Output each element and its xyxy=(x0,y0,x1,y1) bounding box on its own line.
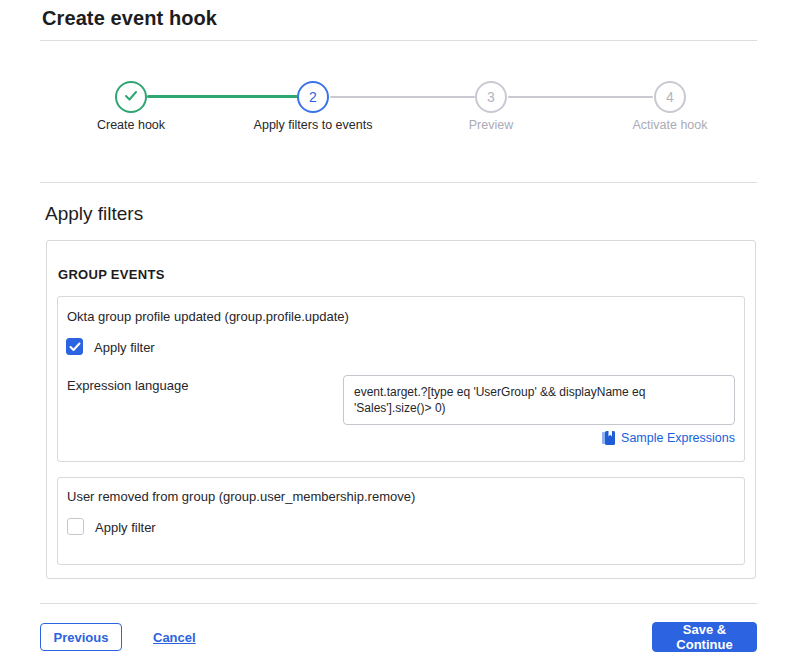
footer-divider xyxy=(40,603,757,604)
apply-filters-heading: Apply filters xyxy=(45,203,143,225)
apply-filter-label-1[interactable]: Apply filter xyxy=(94,340,155,355)
event-label-user-removed: User removed from group (group.user_memb… xyxy=(67,489,415,504)
step-4-activate-hook: 4 xyxy=(654,81,686,113)
step-4-number: 4 xyxy=(666,89,674,105)
content-divider xyxy=(40,182,757,183)
step-2-apply-filters[interactable]: 2 xyxy=(297,81,329,113)
cancel-link[interactable]: Cancel xyxy=(153,630,196,645)
expression-language-input[interactable]: event.target.?[type eq 'UserGroup' && di… xyxy=(343,375,735,425)
step-2-label: Apply filters to events xyxy=(254,118,373,132)
step-connector-upcoming-1 xyxy=(330,96,475,98)
expression-language-label: Expression language xyxy=(67,378,188,393)
previous-button[interactable]: Previous xyxy=(40,623,122,651)
check-icon xyxy=(124,89,138,105)
step-connector-complete xyxy=(147,95,298,98)
book-icon xyxy=(602,431,615,445)
step-3-label: Preview xyxy=(469,118,513,132)
page-title: Create event hook xyxy=(42,7,217,30)
event-label-group-profile-update: Okta group profile updated (group.profil… xyxy=(67,309,349,324)
step-1-create-hook[interactable] xyxy=(115,81,147,113)
step-4-label: Activate hook xyxy=(632,118,707,132)
sample-expressions-label: Sample Expressions xyxy=(621,431,735,445)
group-events-title: GROUP EVENTS xyxy=(58,267,165,282)
sample-expressions-link[interactable]: Sample Expressions xyxy=(602,431,735,445)
step-connector-upcoming-2 xyxy=(508,96,653,98)
step-2-number: 2 xyxy=(309,89,317,105)
apply-filter-checkbox-2[interactable] xyxy=(67,518,84,535)
save-continue-button[interactable]: Save & Continue xyxy=(652,622,757,652)
apply-filter-label-2[interactable]: Apply filter xyxy=(95,520,156,535)
apply-filter-checkbox-1[interactable] xyxy=(66,338,83,355)
step-3-number: 3 xyxy=(487,89,495,105)
title-divider xyxy=(40,40,757,41)
check-icon xyxy=(69,338,81,356)
step-1-label: Create hook xyxy=(97,118,165,132)
step-3-preview: 3 xyxy=(475,81,507,113)
